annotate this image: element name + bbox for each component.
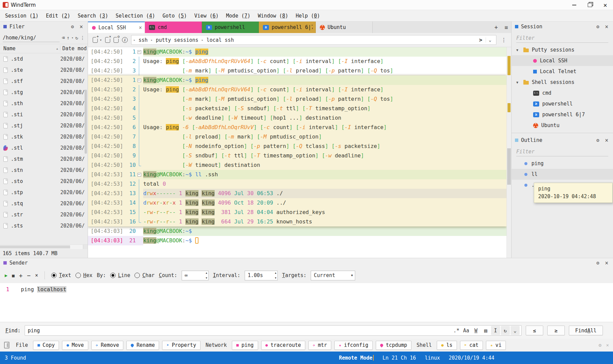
session-breadcrumb-box[interactable]: ▸ssh▸putty sessions▸local ssh > ⌄ [131,35,496,45]
menu-edit[interactable]: Edit (2) [42,13,74,19]
filer-column-date[interactable]: Date mod [60,46,88,52]
collapse-arrow-icon[interactable]: ▼ [516,81,520,84]
in-selection-icon[interactable]: ▤ [481,326,490,335]
run-command-icon[interactable]: > [476,37,486,43]
cat-button[interactable]: ➤cat [460,341,483,350]
session-close-icon[interactable]: × [604,23,610,30]
file-row[interactable]: .stk2020/08/ [0,131,88,142]
terminal-row[interactable]: [04:42:53]12total 0 [88,179,507,189]
new-session-dropdown-icon[interactable]: ▾ [100,38,102,42]
session-item-powershell-6-7[interactable]: ≥powershell 6|7 [512,109,613,120]
file-row[interactable]: .stm2020/08/ [0,153,88,164]
session-item-shell-sessions[interactable]: ▼Shell sessions [512,77,613,88]
cursor-mode-icon[interactable]: I [491,326,500,335]
cursor-position[interactable]: Ln 21 Ch 16 [382,355,416,361]
outline-item-ll[interactable]: ll [512,169,613,180]
close-window-button[interactable]: × [597,0,613,10]
menu-session[interactable]: Session (1) [1,13,42,19]
maximize-button[interactable] [582,0,597,10]
terminal-row[interactable]: [04:42:53]15-rw-r--r-- 1 king king 381 J… [88,208,507,217]
session-item-ubuntu[interactable]: Ubuntu [512,120,613,131]
menu-goto[interactable]: Goto (5) [159,13,190,19]
ping-button[interactable]: ■ping [232,341,258,350]
filer-menu-icon[interactable]: ⋮ [80,35,85,40]
terminal-row[interactable]: [04:42:53]13drwx------ 1 king king 4096 … [88,189,507,198]
up-directory-icon[interactable]: ↑ [67,35,69,40]
command-history-dropdown-icon[interactable]: ⌄ [486,37,494,42]
fold-toggle-icon[interactable] [136,170,143,179]
text-radio[interactable]: Text [51,272,71,278]
find-input[interactable] [28,328,452,334]
filer-vertical-scrollbar[interactable] [85,90,87,154]
terminal-row[interactable]: [04:42:50]1king@MACBOOK:~$ ping [88,47,507,57]
file-row[interactable]: .stf2020/08/ [0,75,88,87]
remove-button[interactable]: ✈Remove [91,341,123,350]
terminal-row[interactable]: [04:43:03]20king@MACBOOK:~$ [88,226,507,236]
file-row[interactable]: .sth2020/08/ [0,98,88,109]
toolbar-panel-icon[interactable] [4,342,9,348]
scrollbar-handle[interactable] [507,148,511,185]
tcpdump-button[interactable]: tcpdump [376,341,411,350]
filer-close-icon[interactable]: × [78,23,84,30]
minimize-button[interactable] [566,0,582,10]
find-previous-button[interactable]: ≤ [526,326,543,335]
refresh-icon[interactable]: ↻ [75,35,78,40]
whole-word-icon[interactable]: W [471,326,481,335]
detach-session-icon[interactable] [114,37,119,43]
menu-selection[interactable]: Selection (4) [112,13,159,19]
mtr-button[interactable]: ✈mtr [308,341,331,350]
file-row[interactable]: .sto2020/06/ [0,176,88,187]
interval-stepper[interactable]: 1.00s ▲▼ [245,271,278,280]
new-session-icon[interactable] [93,37,98,43]
up-directory-dropdown-icon[interactable]: ▾ [71,36,73,39]
fold-toggle-icon[interactable] [136,75,143,85]
terminal-row[interactable]: [04:42:50]7 [-l preload] [-m mark] [-M p… [88,132,507,142]
property-button[interactable]: ➤Property [162,341,200,350]
vi-button[interactable]: ★vi [486,341,506,350]
clear-button[interactable]: × [35,272,38,278]
close-session-icon[interactable] [105,37,110,43]
session-item-local-ssh[interactable]: Local SSH [512,55,613,66]
ifconfig-button[interactable]: ★ifconfig [334,341,372,350]
menu-help[interactable]: Help (0) [292,13,324,19]
clear-path-icon[interactable]: ⌫ [62,35,64,40]
collapse-arrow-icon[interactable]: ▼ [516,48,520,52]
session-filter-input[interactable] [516,33,608,43]
terminal-vertical-scrollbar[interactable] [507,47,511,258]
terminal-row[interactable]: [04:42:50]3 [-m mark] [-M pmtudisc_optio… [88,66,507,75]
add-line-button[interactable]: + [19,272,23,279]
terminal-row[interactable]: [04:42:50]3 [-m mark] [-M pmtudisc_optio… [88,94,507,104]
session-item-cmd[interactable]: C:\cmd [512,88,613,98]
tab-close-icon[interactable]: × [139,25,142,31]
traceroute-button[interactable]: ●traceroute [261,341,306,350]
send-play-button[interactable]: ▶ [5,273,7,278]
find-next-button[interactable]: ≥ [547,326,565,335]
outline-filter-input[interactable] [516,147,608,156]
regex-icon[interactable]: .* [452,326,461,335]
char-radio[interactable]: Char [134,272,154,278]
terminal-row[interactable]: [04:42:50]2Usage: ping [-aAbBdDfhLnOqrRU… [88,57,507,66]
outline-close-icon[interactable]: × [604,137,610,144]
send-stop-button[interactable]: ■ [12,273,14,278]
breadcrumb-item[interactable]: local ssh [207,37,234,43]
file-row[interactable]: .stj2020/08/ [0,120,88,131]
filer-horizontal-scrollbar[interactable] [0,244,88,249]
breadcrumb-item[interactable]: ssh [139,37,148,43]
file-row[interactable]: .std2020/08/ [0,53,88,64]
terminal-menu-icon[interactable]: ⋮ [500,37,508,43]
session-settings-icon[interactable]: ⚙ [595,24,601,29]
outline-item-ping[interactable]: ping [512,158,613,169]
file-row[interactable]: .stl2020/08/ [0,142,88,153]
file-row[interactable]: .sti2020/08/ [0,109,88,120]
sender-close-icon[interactable]: × [604,260,610,266]
terminal-row[interactable]: [04:42:50]8 [-N nodeinfo_option] [-p pat… [88,142,507,151]
sender-script-line[interactable]: 1 ping localhost [0,283,613,294]
tab-cmd[interactable]: C:\cmd [145,22,202,33]
wrap-around-icon[interactable]: ↻ [501,326,510,335]
tab-powershell-6-7[interactable]: ≥powershell 6|7 [259,22,316,33]
tab-ubuntu[interactable]: Ubuntu [316,22,373,33]
menu-search[interactable]: Search (3) [74,13,112,19]
terminal-row[interactable]: [04:42:53]14drwxr-xr-x 1 king king 4096 … [88,198,507,208]
file-row[interactable]: .stp2020/06/ [0,187,88,198]
tab-list-button[interactable]: ≡ [501,22,511,33]
